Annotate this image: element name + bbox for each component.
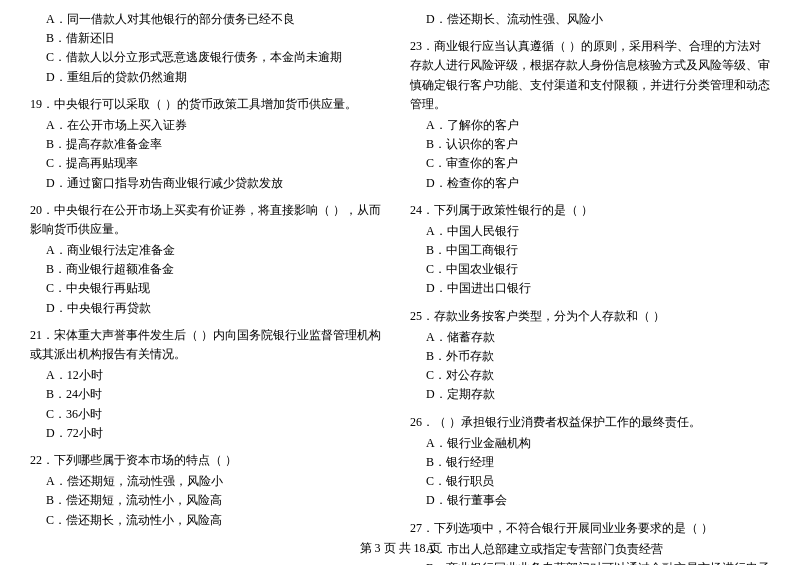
q19-option-c: C．提高再贴现率: [30, 154, 390, 173]
q22-option-c: C．偿还期长，流动性小，风险高: [30, 511, 390, 530]
q19-option-a: A．在公开市场上买入证券: [30, 116, 390, 135]
q26-option-a: A．银行业金融机构: [410, 434, 770, 453]
question-19-text: 19．中央银行可以采取（ ）的货币政策工具增加货币供应量。: [30, 95, 390, 114]
question-block-24: 24．下列属于政策性银行的是（ ） A．中国人民银行 B．中国工商银行 C．中国…: [410, 201, 770, 299]
question-block-23: 23．商业银行应当认真遵循（ ）的原则，采用科学、合理的方法对存款人进行风险评级…: [410, 37, 770, 193]
question-20-text: 20．中央银行在公开市场上买卖有价证券，将直接影响（ ），从而影响货币供应量。: [30, 201, 390, 239]
q25-option-a: A．储蓄存款: [410, 328, 770, 347]
question-block-22: 22．下列哪些属于资本市场的特点（ ） A．偿还期短，流动性强，风险小 B．偿还…: [30, 451, 390, 530]
q25-option-c: C．对公存款: [410, 366, 770, 385]
q22-option-b: B．偿还期短，流动性小，风险高: [30, 491, 390, 510]
q20-option-d: D．中央银行再贷款: [30, 299, 390, 318]
question-block-right-continuation: D．偿还期长、流动性强、风险小: [410, 10, 770, 29]
question-block-20: 20．中央银行在公开市场上买卖有价证券，将直接影响（ ），从而影响货币供应量。 …: [30, 201, 390, 318]
q21-option-b: B．24小时: [30, 385, 390, 404]
q20-option-b: B．商业银行超额准备金: [30, 260, 390, 279]
q23-option-a: A．了解你的客户: [410, 116, 770, 135]
q21-option-a: A．12小时: [30, 366, 390, 385]
q26-option-d: D．银行董事会: [410, 491, 770, 510]
q26-option-c: C．银行职员: [410, 472, 770, 491]
q26-option-b: B．银行经理: [410, 453, 770, 472]
right-option-d: D．偿还期长、流动性强、风险小: [410, 10, 770, 29]
question-24-text: 24．下列属于政策性银行的是（ ）: [410, 201, 770, 220]
question-26-text: 26．（ ）承担银行业消费者权益保护工作的最终责任。: [410, 413, 770, 432]
question-block-continuation: A．同一借款人对其他银行的部分债务已经不良 B．借新还旧 C．借款人以分立形式恶…: [30, 10, 390, 87]
q22-option-a: A．偿还期短，流动性强，风险小: [30, 472, 390, 491]
q25-option-d: D．定期存款: [410, 385, 770, 404]
q23-option-d: D．检查你的客户: [410, 174, 770, 193]
question-22-text: 22．下列哪些属于资本市场的特点（ ）: [30, 451, 390, 470]
q23-option-c: C．审查你的客户: [410, 154, 770, 173]
option-a-bad: A．同一借款人对其他银行的部分债务已经不良: [30, 10, 390, 29]
question-27-text: 27．下列选项中，不符合银行开展同业业务要求的是（ ）: [410, 519, 770, 538]
q23-option-b: B．认识你的客户: [410, 135, 770, 154]
q24-option-a: A．中国人民银行: [410, 222, 770, 241]
q24-option-b: B．中国工商银行: [410, 241, 770, 260]
option-c-bad: C．借款人以分立形式恶意逃废银行债务，本金尚未逾期: [30, 48, 390, 67]
q25-option-b: B．外币存款: [410, 347, 770, 366]
q21-option-d: D．72小时: [30, 424, 390, 443]
left-column: A．同一借款人对其他银行的部分债务已经不良 B．借新还旧 C．借款人以分立形式恶…: [30, 10, 390, 565]
q24-option-c: C．中国农业银行: [410, 260, 770, 279]
question-21-text: 21．宋体重大声誉事件发生后（ ）内向国务院银行业监督管理机构或其派出机构报告有…: [30, 326, 390, 364]
q27-option-b: B．商业银行同业业务专营部门对可以通过金融交易市场进行电子化交易的同业业务，可: [410, 559, 770, 565]
option-b-bad: B．借新还旧: [30, 29, 390, 48]
q19-option-d: D．通过窗口指导劝告商业银行减少贷款发放: [30, 174, 390, 193]
q20-option-c: C．中央银行再贴现: [30, 279, 390, 298]
page-footer: 第 3 页 共 18 页: [0, 540, 800, 557]
question-block-25: 25．存款业务按客户类型，分为个人存款和（ ） A．储蓄存款 B．外币存款 C．…: [410, 307, 770, 405]
option-d-bad: D．重组后的贷款仍然逾期: [30, 68, 390, 87]
page-container: A．同一借款人对其他银行的部分债务已经不良 B．借新还旧 C．借款人以分立形式恶…: [0, 0, 800, 565]
question-block-21: 21．宋体重大声誉事件发生后（ ）内向国务院银行业监督管理机构或其派出机构报告有…: [30, 326, 390, 443]
q19-option-b: B．提高存款准备金率: [30, 135, 390, 154]
question-23-text: 23．商业银行应当认真遵循（ ）的原则，采用科学、合理的方法对存款人进行风险评级…: [410, 37, 770, 114]
question-block-19: 19．中央银行可以采取（ ）的货币政策工具增加货币供应量。 A．在公开市场上买入…: [30, 95, 390, 193]
q24-option-d: D．中国进出口银行: [410, 279, 770, 298]
question-25-text: 25．存款业务按客户类型，分为个人存款和（ ）: [410, 307, 770, 326]
page-info: 第 3 页 共 18 页: [360, 541, 441, 555]
q21-option-c: C．36小时: [30, 405, 390, 424]
question-block-26: 26．（ ）承担银行业消费者权益保护工作的最终责任。 A．银行业金融机构 B．银…: [410, 413, 770, 511]
content-area: A．同一借款人对其他银行的部分债务已经不良 B．借新还旧 C．借款人以分立形式恶…: [30, 10, 770, 565]
right-column: D．偿还期长、流动性强、风险小 23．商业银行应当认真遵循（ ）的原则，采用科学…: [410, 10, 770, 565]
q20-option-a: A．商业银行法定准备金: [30, 241, 390, 260]
